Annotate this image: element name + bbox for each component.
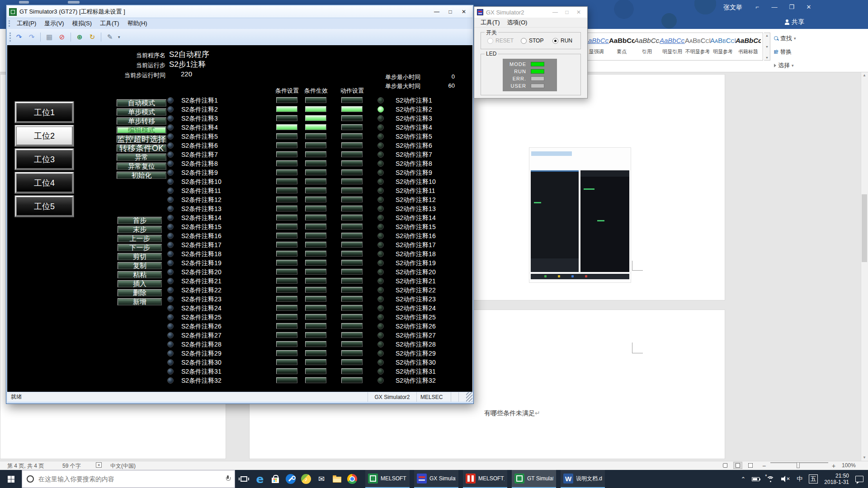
gt-menu-item[interactable]: 模拟(S) <box>68 19 96 28</box>
web-layout-icon[interactable] <box>746 462 755 469</box>
radio-run[interactable]: RUN <box>552 38 572 44</box>
app-label: GX Simulator2 <box>429 475 456 482</box>
start-button[interactable] <box>0 470 22 488</box>
word-close-button[interactable]: ✕ <box>801 1 816 13</box>
ribbon-display-options-icon[interactable]: ⌐ <box>750 1 765 13</box>
styles-gallery[interactable]: AaBbCcD.显强调AaBbCcD要点AaBbCcD.引用AaBbCcD.明显… <box>583 33 763 61</box>
style-label: 引用 <box>634 48 660 55</box>
proofing-icon[interactable]: ✕ <box>96 462 102 468</box>
gt-menu-item[interactable]: 帮助(H) <box>123 19 151 28</box>
gx-minimize-button[interactable]: — <box>549 8 561 16</box>
word-account-name[interactable]: 张文举 <box>723 4 742 12</box>
condition-label: S2条件注释1 <box>181 97 218 105</box>
gt-menu-item[interactable]: 显示(V) <box>40 19 68 28</box>
scroll-up-icon[interactable]: ▲ <box>863 73 866 77</box>
monitor-icon[interactable]: ▦ <box>44 32 55 42</box>
page-indicator[interactable]: 第 4 页, 共 4 页 <box>7 462 44 470</box>
app-icon <box>417 474 427 483</box>
gt-minimize-button[interactable]: — <box>430 7 443 16</box>
gx-maximize-button[interactable]: □ <box>561 8 573 16</box>
battery-icon[interactable] <box>752 477 760 481</box>
taskbar-clock[interactable]: 21:50 2018-1-31 <box>824 473 849 485</box>
condition-label: S2条件注释7 <box>181 151 218 159</box>
gallery-up-icon[interactable]: ▲ <box>765 34 769 37</box>
radio-reset: RESET <box>487 38 514 44</box>
taskbar-app-button[interactable]: W说明文档.docx - ... <box>561 470 605 488</box>
gt-menu-item[interactable]: 工具(T) <box>96 19 123 28</box>
share-button[interactable]: 共享 <box>785 16 813 28</box>
language-indicator[interactable]: 中文(中国) <box>110 462 136 470</box>
style-gallery-item[interactable]: AaBbCcD.明显引用 <box>660 33 685 60</box>
ime-language-indicator[interactable]: 中 <box>797 475 802 483</box>
save-project-icon[interactable]: ↷ <box>26 32 37 42</box>
style-gallery-item[interactable]: AaBbCcD书籍标题 <box>736 33 761 60</box>
taskbar-app-button[interactable]: MELSOFT系列 GX... <box>463 470 507 488</box>
zoom-level[interactable]: 100% <box>842 462 856 469</box>
condition-lamp <box>167 242 174 248</box>
find-button[interactable]: 查找 ▾ <box>774 34 796 42</box>
replace-button[interactable]: abac 替换 <box>774 48 792 56</box>
gx-titlebar[interactable]: GX Simulator2 — □ ✕ <box>474 7 587 18</box>
reload-project-icon[interactable]: ↻ <box>87 32 98 42</box>
gx-menu-item[interactable]: 工具(T) <box>477 18 504 28</box>
embedded-screenshot-image[interactable] <box>529 147 631 283</box>
read-mode-icon[interactable] <box>721 462 730 469</box>
store-button[interactable] <box>268 470 283 488</box>
document-text[interactable]: 有哪些条件未满足↵ <box>484 409 540 418</box>
taskbar-app-button[interactable]: GX Simulator2 <box>414 470 458 488</box>
mail-button[interactable]: ✉ <box>314 470 329 488</box>
resize-grip[interactable] <box>466 392 472 402</box>
scroll-down-icon[interactable]: ▼ <box>863 455 866 460</box>
taskbar-app-button[interactable]: GT Simulator3 (G... <box>512 470 556 488</box>
tray-expand-icon[interactable]: ⌃ <box>741 476 745 483</box>
file-explorer-button[interactable] <box>329 470 344 488</box>
word-minimize-button[interactable]: — <box>767 1 782 13</box>
word-restore-button[interactable]: ❐ <box>784 1 799 13</box>
radio-stop[interactable]: STOP <box>521 38 543 44</box>
action-center-icon[interactable] <box>855 476 863 482</box>
search-input[interactable] <box>38 475 222 483</box>
word-count[interactable]: 59 个字 <box>62 462 81 470</box>
condition-label: S2条件注释5 <box>181 133 218 141</box>
device-monitor-icon[interactable]: ⊕ <box>74 32 85 42</box>
wifi-icon[interactable]: * <box>766 475 775 483</box>
taskbar-app-button[interactable]: MELSOFT GT Des... <box>365 470 410 488</box>
select-button[interactable]: 选择 ▾ <box>774 61 794 70</box>
zoom-in-button[interactable]: + <box>832 462 835 469</box>
gt-close-button[interactable]: ✕ <box>457 7 471 16</box>
word-scrollbar-thumb[interactable] <box>862 194 867 262</box>
ime-mode-indicator[interactable]: 五 <box>809 474 818 483</box>
microphone-icon[interactable] <box>226 475 230 483</box>
style-gallery-item[interactable]: AaBbCcDd不明显参考 <box>685 33 710 60</box>
style-gallery-item[interactable]: AaBbCcD.引用 <box>634 33 660 60</box>
taskbar-search[interactable] <box>22 470 235 488</box>
gt-titlebar[interactable]: GT Simulator3 (GT27) [工程标题未设置 ] — □ ✕ <box>7 6 472 18</box>
word-scrollbar[interactable] <box>861 72 868 461</box>
action-label: S2动作注释2 <box>396 106 432 114</box>
gallery-down-icon[interactable]: ▼ <box>765 45 769 48</box>
task-view-button[interactable] <box>235 470 252 488</box>
zoom-slider-thumb[interactable] <box>797 462 800 468</box>
music-app-button[interactable]: ♪ <box>298 470 314 488</box>
indicator-bar <box>305 215 326 221</box>
edge-button[interactable]: e <box>252 470 268 488</box>
toolbar-overflow-icon[interactable]: ▾ <box>118 35 120 39</box>
chrome-button[interactable] <box>344 470 360 488</box>
gx-close-button[interactable]: ✕ <box>573 8 585 16</box>
pc-manager-button[interactable] <box>283 470 298 488</box>
open-project-icon[interactable]: ↷ <box>14 32 24 42</box>
zoom-out-button[interactable]: − <box>762 462 766 469</box>
gt-maximize-button[interactable]: □ <box>443 7 457 16</box>
option-tool-icon[interactable]: ✎ <box>104 32 115 42</box>
gallery-more-icon[interactable]: ▼ <box>765 56 769 59</box>
print-layout-icon[interactable] <box>733 462 742 469</box>
stop-simulation-icon[interactable]: ⊘ <box>57 32 67 42</box>
gx-menu-item[interactable]: 选项(O) <box>504 18 531 28</box>
style-gallery-item[interactable]: AaBbCcD要点 <box>609 33 634 60</box>
gt-statusbar: 就绪 GX Simulator2 MELSEC <box>7 392 472 402</box>
indicator-bar <box>276 377 297 383</box>
gt-menu-item[interactable]: 工程(P) <box>13 19 40 28</box>
style-gallery-item[interactable]: AaBbCcDd明显参考 <box>710 33 736 60</box>
styles-gallery-scroll[interactable]: ▲ ▼ ▼ <box>764 33 770 61</box>
volume-muted-icon[interactable]: ✕ <box>781 476 790 482</box>
